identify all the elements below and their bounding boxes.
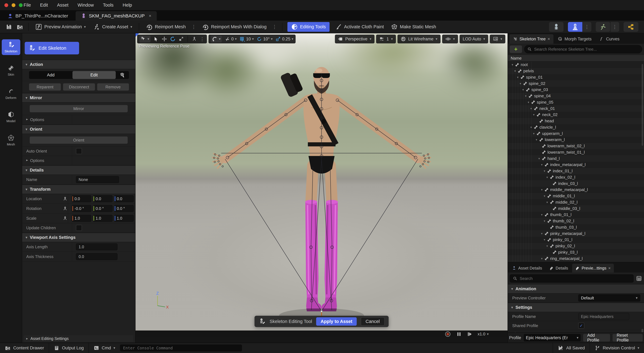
mode-skeleton[interactable]: Skeleton — [2, 39, 20, 55]
axis-gizmo-icon[interactable] — [62, 196, 68, 202]
menu-tools[interactable]: Tools — [103, 2, 114, 8]
reimport-options-dots-icon[interactable]: ⋮ — [191, 24, 196, 30]
auto-orient-checkbox[interactable] — [76, 148, 82, 154]
animation-editor-options-dots-icon[interactable]: ⋮ — [610, 22, 619, 32]
tab-asset-details[interactable]: Asset Details — [509, 264, 545, 272]
zoom-window-button[interactable] — [19, 3, 23, 7]
reimport-mesh-button[interactable]: Reimport Mesh — [144, 22, 188, 32]
expand-icon[interactable]: ▾ — [532, 113, 536, 116]
tree-node-index_03_l[interactable]: index_03_l — [508, 180, 644, 187]
section-animation[interactable]: ▾Animation — [508, 284, 644, 294]
tab-details[interactable]: Details — [546, 264, 571, 272]
expand-icon[interactable]: ▾ — [542, 238, 546, 242]
tree-node-neck_02[interactable]: ▾neck_02 — [508, 112, 644, 118]
preview-controller-dropdown[interactable]: Default ▾ — [578, 294, 640, 302]
preview-animation-button[interactable]: Preview Animation ▾ — [34, 22, 88, 32]
tab-morph-targets[interactable]: Morph Targets — [554, 34, 595, 44]
expand-icon[interactable]: ▾ — [513, 69, 517, 73]
tree-node-middle_metacarpal_l[interactable]: ▾middle_metacarpal_l — [508, 187, 644, 193]
section-transform[interactable]: ▾Transform — [22, 184, 135, 194]
expand-icon[interactable]: ▾ — [542, 219, 546, 223]
add-profile-button[interactable]: Add Profile — [583, 334, 610, 342]
section-viewport-axis[interactable]: ▾Viewport Axis Settings — [22, 233, 135, 242]
rotation-snap-control[interactable]: 10° ▾ — [256, 36, 273, 42]
expand-icon[interactable]: ▾ — [510, 63, 514, 66]
section-settings[interactable]: ▾Settings — [508, 303, 644, 312]
tab-preview-settings[interactable]: Previe...ttings × — [572, 264, 614, 272]
tree-node-lowerarm_l[interactable]: ▾lowerarm_l — [508, 137, 644, 143]
profile-name-field[interactable]: Epic Headquarters — [578, 313, 629, 320]
gizmo-options-dots-icon[interactable]: ⋮ — [200, 36, 205, 42]
mode-model[interactable]: Model — [2, 109, 20, 125]
skeleton-tree-search-input[interactable] — [534, 47, 639, 52]
close-window-button[interactable] — [4, 3, 8, 7]
tree-node-middle_01_l[interactable]: ▾middle_01_l — [508, 193, 644, 199]
axis-gizmo-icon[interactable] — [62, 206, 68, 211]
tree-node-pinky_03_l[interactable]: pinky_03_l — [508, 249, 644, 256]
expand-icon[interactable]: ▾ — [545, 244, 549, 248]
tree-node-neck_01[interactable]: ▾neck_01 — [508, 105, 644, 112]
tree-node-spine_03[interactable]: ▾spine_03 — [508, 87, 644, 93]
rotation-y-field[interactable]: 0.0 ° — [93, 205, 112, 212]
tree-node-upperarm_l[interactable]: ▾upperarm_l — [508, 130, 644, 137]
disconnect-button[interactable]: Disconnect — [63, 83, 95, 90]
content-drawer-button[interactable]: Content Drawer — [0, 343, 49, 353]
section-mirror[interactable]: ▾Mirror — [22, 93, 135, 102]
rotation-x-field[interactable]: -0.0 ° — [72, 205, 91, 212]
expand-icon[interactable]: ▾ — [537, 157, 541, 160]
transform-snap-control[interactable]: 0 ▾ — [225, 36, 237, 42]
location-y-field[interactable]: 0.0 — [93, 195, 112, 202]
tree-node-hand_l[interactable]: ▾hand_l — [508, 155, 644, 162]
viewport[interactable]: Previewing Reference Pose ▾ ⋮ ▾ — [136, 33, 508, 330]
name-field[interactable]: None — [76, 176, 119, 183]
menu-edit[interactable]: Edit — [40, 2, 48, 8]
selection-mode-button[interactable]: ▾ — [139, 36, 150, 42]
edit-skeleton-button[interactable]: Edit Skeleton — [25, 42, 79, 54]
menu-asset[interactable]: Asset — [57, 2, 68, 8]
expand-icon[interactable]: ▾ — [529, 126, 533, 129]
details-search[interactable] — [510, 274, 634, 282]
skeleton-tree-search[interactable] — [524, 45, 642, 53]
activate-cloth-paint-button[interactable]: Activate Cloth Paint — [334, 22, 385, 32]
all-saved-button[interactable]: All Saved — [553, 343, 590, 353]
update-children-checkbox[interactable] — [76, 225, 82, 231]
add-mode-button[interactable]: Add — [29, 71, 72, 79]
tree-node-ring_metacarpal_l[interactable]: ▾ring_metacarpal_l — [508, 255, 644, 262]
section-orient[interactable]: ▾Orient — [22, 124, 135, 134]
tree-node-pinky_02_l[interactable]: ▾pinky_02_l — [508, 243, 644, 249]
expand-icon[interactable]: ▾ — [540, 232, 544, 236]
axis-gizmo-icon[interactable] — [62, 216, 68, 221]
tree-node-spine_01[interactable]: ▾spine_01 — [508, 74, 644, 80]
expand-icon[interactable]: ▾ — [518, 82, 522, 86]
expand-icon[interactable]: ▾ — [540, 163, 544, 166]
output-log-button[interactable]: Output Log — [49, 343, 88, 353]
tree-node-pelvis[interactable]: ▾pelvis — [508, 68, 644, 74]
expand-icon[interactable]: ▾ — [540, 257, 544, 260]
scale-snap-control[interactable]: 0.25 ▾ — [276, 36, 294, 42]
menu-window[interactable]: Window — [78, 2, 94, 8]
select-tool-icon[interactable] — [153, 36, 159, 42]
location-z-field[interactable]: 0.0 — [114, 195, 134, 202]
axis-length-field[interactable]: 1.0 — [76, 244, 118, 250]
edit-mode-button[interactable]: Edit — [72, 71, 116, 79]
pivot-mode-button[interactable]: ▾ — [211, 36, 222, 42]
browse-to-asset-icon[interactable] — [16, 24, 23, 30]
rotate-tool-icon[interactable] — [170, 36, 176, 42]
tab-skeletal-mesh[interactable]: SKM_FAG_meshBACKUP × — [76, 11, 156, 20]
make-static-mesh-button[interactable]: Make Static Mesh — [390, 22, 438, 32]
expand-icon[interactable]: ▾ — [524, 94, 528, 98]
view-mode-dropdown[interactable]: Lit Wireframe ▾ — [398, 34, 440, 44]
tree-node-index_metacarpal_l[interactable]: ▾index_metacarpal_l — [508, 162, 644, 168]
tab-close-icon[interactable]: × — [149, 13, 151, 18]
orient-button[interactable]: Orient — [30, 136, 128, 144]
tree-node-middle_03_l[interactable]: middle_03_l — [508, 205, 644, 212]
reimport-mesh-dialog-button[interactable]: Reimport Mesh With Dialog — [200, 22, 268, 32]
expand-icon[interactable]: ▾ — [529, 107, 533, 110]
tree-scrollbar[interactable] — [642, 64, 643, 146]
editing-tools-button[interactable]: Editing Tools — [288, 22, 330, 32]
tree-node-spine_05[interactable]: ▾spine_05 — [508, 99, 644, 106]
tree-node-spine_04[interactable]: ▾spine_04 — [508, 93, 644, 99]
rotation-z-field[interactable]: 0.0 ° — [114, 205, 134, 212]
menu-file[interactable]: File — [24, 2, 31, 8]
perspective-dropdown[interactable]: Perspective ▾ — [335, 34, 374, 44]
